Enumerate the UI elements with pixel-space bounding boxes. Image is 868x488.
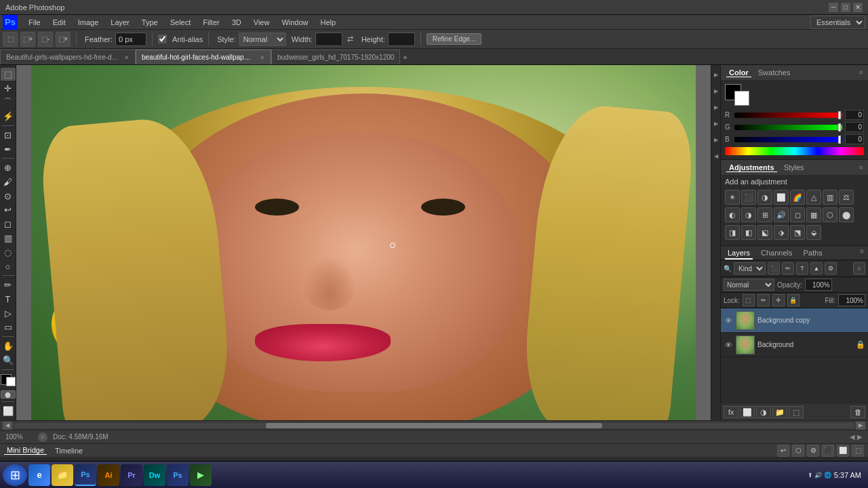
mini-bridge-tab[interactable]: Mini Bridge [4,446,47,455]
tool-eraser[interactable]: ◻ [1,218,16,230]
tool-dodge[interactable]: ○ [1,260,16,273]
menu-3d[interactable]: 3D [226,17,247,28]
tool-marquee[interactable]: ⬚ [1,68,16,81]
tool-blur[interactable]: ◌ [1,246,16,259]
r-slider[interactable] [734,113,842,118]
taskbar-dreamweaver[interactable]: Dw [144,464,165,486]
adj-posterize[interactable]: ◻ [790,207,805,222]
styles-tab[interactable]: Styles [781,163,807,171]
adj-selective-color[interactable]: ⬤ [839,207,854,222]
bottom-btn-5[interactable]: ⬜ [837,445,849,457]
style-select[interactable]: Normal Fixed Ratio Fixed Size [239,33,286,46]
taskbar-photoshop-2[interactable]: Ps [167,464,189,486]
feather-input[interactable] [115,33,146,46]
layers-filter-select[interactable]: Kind [734,262,766,274]
marquee-subtract-btn[interactable]: ⬚- [38,32,53,47]
status-nav[interactable]: ◀ ▶ [850,433,863,441]
height-input[interactable] [388,33,415,46]
right-icon-actions[interactable]: ▶ [712,100,720,114]
taskbar-photoshop[interactable]: Ps [75,464,96,486]
adj-bw[interactable]: ⚖ [839,190,854,205]
menu-image[interactable]: Image [73,17,104,28]
adj-icon11[interactable]: ⬕ [757,225,772,240]
canvas-area[interactable] [16,65,711,420]
right-icon-info[interactable]: ▶ [712,117,720,130]
tool-stamp[interactable]: ⊙ [1,190,16,203]
add-mask-btn[interactable]: ⬜ [740,406,755,418]
adj-threshold[interactable]: ▦ [806,207,821,222]
bottom-btn-2[interactable]: ⬡ [792,445,804,457]
menu-file[interactable]: File [23,17,46,28]
tool-brush[interactable]: 🖌 [1,176,16,188]
tab-3[interactable]: budweiser_girls_hd_70175-1920x1200 [271,49,400,64]
tool-spot-heal[interactable]: ⊕ [1,161,16,174]
new-layer-btn[interactable]: ⬚ [789,406,804,418]
adj-icon10[interactable]: ◧ [741,225,756,240]
adjustments-tab[interactable]: Adjustments [726,163,777,172]
lock-all-btn[interactable]: 🔒 [787,294,800,306]
bottom-btn-3[interactable]: ⚙ [807,445,819,457]
adj-photo-filter[interactable]: ◐ [725,207,740,222]
bottom-btn-6[interactable]: ⬚ [852,445,864,457]
screen-mode-btn[interactable]: ⬜ [1,405,16,418]
timeline-tab[interactable]: Timeline [52,447,85,455]
scroll-left-btn[interactable]: ◀ [3,422,12,430]
quick-mask-btn[interactable]: ⬤ [1,390,16,399]
layers-panel-menu[interactable]: ≡ [860,247,864,260]
layer-filter-btn2[interactable]: ✏ [782,262,794,274]
adj-levels[interactable]: ⬛ [741,190,756,205]
adj-hsl[interactable]: △ [806,190,821,205]
menu-type[interactable]: Type [136,17,163,28]
background-color[interactable] [734,91,749,106]
layer-filter-toggle[interactable]: ○ [853,262,865,274]
marquee-intersect-btn[interactable]: ⬚× [56,32,71,47]
adj-icon9[interactable]: ◨ [725,225,740,240]
fg-bg-colors[interactable] [725,84,749,106]
right-icon-color[interactable]: ▶ [712,68,720,81]
layer-row-background-copy[interactable]: 👁 Background copy [721,308,868,333]
taskbar-ie[interactable]: e [28,464,50,486]
taskbar-explorer[interactable]: 📁 [52,464,73,486]
adj-colorbalance[interactable]: ▥ [823,190,837,205]
bottom-btn-4[interactable]: ⬛ [822,445,834,457]
workspace-selector[interactable]: Essentials [810,16,865,29]
blend-mode-select[interactable]: Normal [724,279,774,291]
close-button[interactable]: ✕ [853,3,863,12]
marquee-new-btn[interactable]: ⬚ [3,32,18,47]
paths-tab[interactable]: Paths [801,247,825,260]
add-layer-style-btn[interactable]: fx [724,406,738,418]
opacity-input[interactable] [805,279,832,291]
layer-filter-btn4[interactable]: ▲ [810,262,823,274]
layer-filter-btn1[interactable]: ⬛ [768,262,780,274]
tool-shape[interactable]: ▭ [1,321,16,334]
menu-select[interactable]: Select [165,17,197,28]
marquee-add-btn[interactable]: ⬚+ [20,32,35,47]
tool-zoom[interactable]: 🔍 [1,354,16,367]
color-panel-expand[interactable]: ≡ [859,69,863,76]
maximize-button[interactable]: □ [841,3,850,12]
horizontal-scrollbar[interactable]: ◀ ▶ [0,420,868,430]
taskbar-illustrator[interactable]: Ai [98,464,119,486]
b-slider[interactable] [734,137,842,142]
adj-icon12[interactable]: ⬗ [774,225,789,240]
fill-input[interactable] [838,294,865,306]
color-tab[interactable]: Color [726,68,751,77]
tab-1-close[interactable]: ✕ [124,54,130,61]
tool-crop[interactable]: ⊡ [1,129,16,142]
tool-text[interactable]: T [1,293,16,306]
right-icon-history[interactable]: ▶ [712,84,720,98]
layer-eye-2[interactable]: 👁 [724,340,733,350]
scroll-right-btn[interactable]: ▶ [856,422,865,430]
bottom-btn-1[interactable]: ↩ [777,445,789,457]
adj-curves[interactable]: ◑ [757,190,772,205]
adj-invert[interactable]: 🔊 [774,207,789,222]
layers-tab[interactable]: Layers [725,247,753,260]
tab-2[interactable]: beautiful-hot-girl-faces-hd-wallpapers (… [136,49,271,64]
new-fill-adj-btn[interactable]: ◑ [756,406,771,418]
menu-edit[interactable]: Edit [47,17,71,28]
taskbar-media[interactable]: ▶ [190,464,212,486]
lock-transparent-btn[interactable]: ⬚ [743,294,755,306]
menu-layer[interactable]: Layer [105,17,135,28]
scroll-track[interactable] [14,423,854,428]
color-spectrum[interactable] [725,147,864,155]
